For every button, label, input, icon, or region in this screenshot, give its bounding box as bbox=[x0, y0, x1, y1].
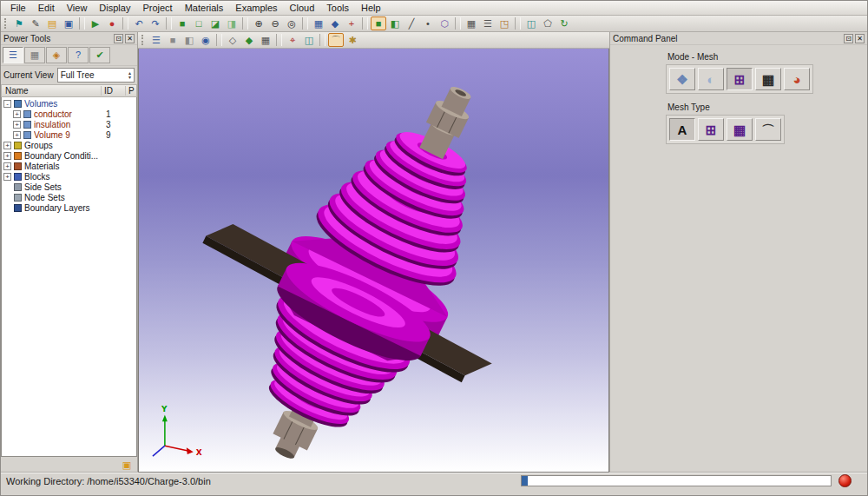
clip-plane-icon[interactable]: ◫ bbox=[523, 17, 539, 30]
tree-item[interactable]: - Volumes bbox=[2, 98, 136, 109]
iso-view-icon[interactable]: ◆ bbox=[327, 17, 343, 30]
tree-item-label[interactable]: Blocks bbox=[24, 172, 103, 182]
mode-mesh-icon[interactable]: ⊞ bbox=[727, 68, 753, 90]
play-journal-icon[interactable]: ▶ bbox=[88, 17, 103, 30]
tree-item-label[interactable]: Volume 9 bbox=[34, 130, 103, 140]
select-bodies-icon[interactable]: ■ bbox=[165, 33, 181, 47]
perspective-icon[interactable]: ⬠ bbox=[540, 17, 556, 30]
tree-item-label[interactable]: Boundary Conditi... bbox=[24, 151, 103, 161]
tree-item[interactable]: + Groups bbox=[2, 140, 136, 150]
expander-icon[interactable]: + bbox=[3, 152, 11, 160]
curve-tool-icon[interactable]: ⌒ bbox=[328, 33, 344, 47]
label-toggle-icon[interactable]: ◳ bbox=[496, 17, 512, 30]
menu-item[interactable]: Materials bbox=[179, 2, 230, 14]
menu-item[interactable]: Cloud bbox=[284, 2, 321, 14]
tree-item-label[interactable]: Boundary Layers bbox=[24, 203, 103, 213]
graphics-viewport[interactable]: YX bbox=[138, 49, 609, 473]
tree-item[interactable]: + conductor 1 bbox=[2, 109, 136, 119]
tab-power-tools[interactable]: ▦ bbox=[24, 47, 45, 63]
visibility-icon[interactable]: ◉ bbox=[198, 33, 214, 47]
float-panel-button[interactable]: ⊡ bbox=[844, 34, 853, 43]
expander-icon[interactable]: + bbox=[3, 173, 11, 181]
expander-icon[interactable]: + bbox=[3, 162, 11, 170]
zoom-in-icon[interactable]: ⊕ bbox=[251, 17, 266, 30]
tab-diagnostics[interactable]: ◈ bbox=[46, 47, 67, 63]
zoom-out-icon[interactable]: ⊖ bbox=[267, 17, 283, 30]
open-icon[interactable]: ▤ bbox=[44, 17, 60, 30]
tree-item-label[interactable]: Materials bbox=[24, 162, 103, 171]
browse-directory-button[interactable]: ▣ bbox=[120, 459, 134, 471]
clip-toggle-icon[interactable]: ◫ bbox=[301, 33, 317, 47]
refresh-graphics-icon[interactable]: ↻ bbox=[556, 17, 572, 30]
edit-journal-icon[interactable]: ✎ bbox=[28, 17, 43, 30]
select-volumes-icon[interactable]: ◧ bbox=[181, 33, 197, 47]
model-tree[interactable]: - Volumes + conductor 1 bbox=[1, 97, 137, 457]
wireframe-view-icon[interactable]: □ bbox=[191, 17, 207, 30]
model-tree-icon[interactable]: ☰ bbox=[148, 33, 164, 47]
undo-icon[interactable]: ↶ bbox=[131, 17, 147, 30]
column-header-p[interactable]: P bbox=[126, 86, 136, 96]
column-header-id[interactable]: ID bbox=[102, 86, 126, 96]
tree-item[interactable]: + Volume 9 9 bbox=[2, 129, 136, 140]
mode-intersect-icon[interactable]: ◐ bbox=[698, 68, 724, 90]
meshtype-surface-icon[interactable]: ▦ bbox=[727, 118, 753, 141]
tree-item-label[interactable]: conductor bbox=[34, 109, 103, 119]
tree-item-label[interactable]: insulation bbox=[34, 120, 103, 129]
tab-validate[interactable]: ✔ bbox=[89, 47, 110, 63]
toolbar-grip[interactable] bbox=[4, 18, 7, 29]
menu-item[interactable]: File bbox=[4, 2, 32, 14]
wireframe-toggle-icon[interactable]: ◇ bbox=[225, 33, 240, 47]
axes-toggle-icon[interactable]: + bbox=[344, 17, 359, 30]
tree-item-label[interactable]: Node Sets bbox=[24, 193, 103, 202]
menu-item[interactable]: Tools bbox=[320, 2, 355, 14]
new-journal-icon[interactable]: ⚑ bbox=[11, 17, 27, 30]
meshtype-volume-icon[interactable]: ⊞ bbox=[698, 118, 724, 141]
select-vertex-icon[interactable]: • bbox=[420, 17, 436, 30]
tree-item-label[interactable]: Groups bbox=[24, 141, 103, 150]
tab-model-tree[interactable]: ☰ bbox=[3, 47, 23, 63]
menu-item[interactable]: View bbox=[61, 2, 94, 14]
expander-icon[interactable]: + bbox=[13, 121, 21, 129]
tree-item-label[interactable]: Volumes bbox=[24, 99, 103, 109]
tab-help[interactable]: ? bbox=[68, 47, 89, 63]
expander-icon[interactable]: + bbox=[13, 110, 21, 118]
tree-item[interactable]: Node Sets bbox=[2, 192, 136, 202]
toolbar-grip[interactable] bbox=[141, 35, 144, 45]
stop-button[interactable] bbox=[838, 474, 852, 487]
menu-item[interactable]: Project bbox=[136, 2, 178, 14]
expander-icon[interactable]: - bbox=[3, 100, 11, 108]
select-curve-icon[interactable]: ╱ bbox=[404, 17, 419, 30]
shaded-view-icon[interactable]: ■ bbox=[174, 17, 190, 30]
transparent-view-icon[interactable]: ◨ bbox=[224, 17, 240, 30]
front-view-icon[interactable]: ▦ bbox=[311, 17, 326, 30]
current-view-select[interactable]: Full Tree ▴ ▾ bbox=[57, 68, 135, 83]
expander-icon[interactable]: + bbox=[13, 131, 21, 139]
tree-item[interactable]: + Boundary Conditi... bbox=[2, 150, 136, 161]
tree-item-label[interactable]: Side Sets bbox=[24, 182, 103, 192]
close-panel-button[interactable]: ✕ bbox=[855, 34, 865, 43]
mode-geometry-icon[interactable]: ❖ bbox=[669, 68, 695, 90]
annotate-icon[interactable]: ✱ bbox=[345, 33, 360, 47]
meshtype-all-icon[interactable]: A bbox=[669, 118, 695, 141]
menu-item[interactable]: Display bbox=[93, 2, 136, 14]
tree-item[interactable]: + insulation 3 bbox=[2, 119, 136, 129]
close-panel-button[interactable]: ✕ bbox=[125, 34, 135, 43]
redo-icon[interactable]: ↷ bbox=[148, 17, 163, 30]
mesh-display-icon[interactable]: ▦ bbox=[464, 17, 479, 30]
menu-item[interactable]: Examples bbox=[229, 2, 283, 14]
column-header-name[interactable]: Name bbox=[2, 86, 102, 96]
grid-toggle-icon[interactable]: ▦ bbox=[258, 33, 273, 47]
zoom-fit-icon[interactable]: ◎ bbox=[284, 17, 299, 30]
select-volume-icon[interactable]: ■ bbox=[371, 17, 386, 30]
float-panel-button[interactable]: ⊡ bbox=[114, 34, 123, 43]
tree-item[interactable]: Side Sets bbox=[2, 182, 136, 192]
select-surface-icon[interactable]: ◧ bbox=[387, 17, 403, 30]
mode-post-icon[interactable]: ◕ bbox=[784, 68, 810, 90]
measure-icon[interactable]: ⌖ bbox=[285, 33, 300, 47]
menu-item[interactable]: Help bbox=[355, 2, 387, 14]
smooth-shade-icon[interactable]: ◆ bbox=[241, 33, 257, 47]
mode-fea-icon[interactable]: ▦ bbox=[755, 68, 781, 90]
tree-item[interactable]: + Materials bbox=[2, 161, 136, 171]
record-journal-icon[interactable]: ● bbox=[104, 17, 120, 30]
hiddenline-view-icon[interactable]: ◪ bbox=[207, 17, 223, 30]
